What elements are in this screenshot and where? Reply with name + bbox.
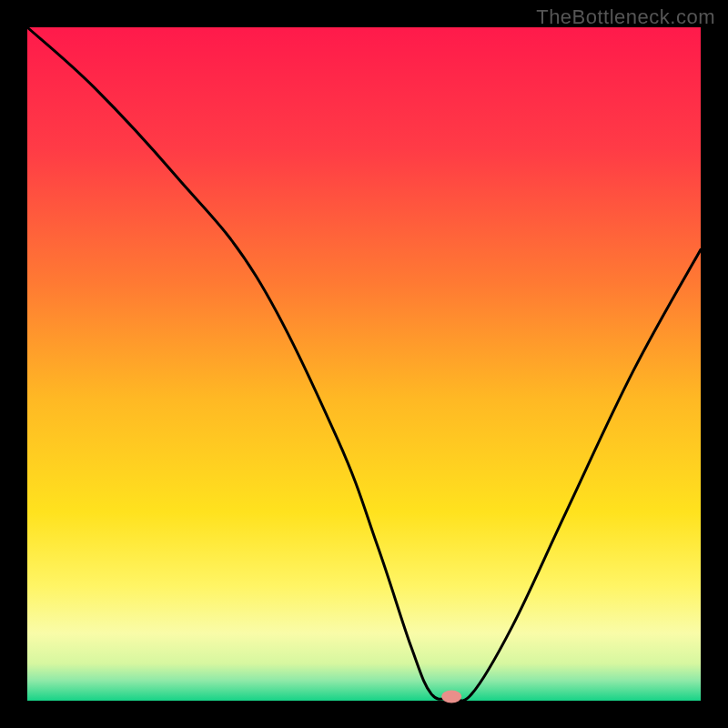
- chart-frame: TheBottleneck.com: [0, 0, 728, 728]
- plot-background: [27, 27, 701, 701]
- bottleneck-chart: [0, 0, 728, 728]
- optimum-marker: [441, 691, 461, 703]
- watermark-text: TheBottleneck.com: [536, 5, 715, 29]
